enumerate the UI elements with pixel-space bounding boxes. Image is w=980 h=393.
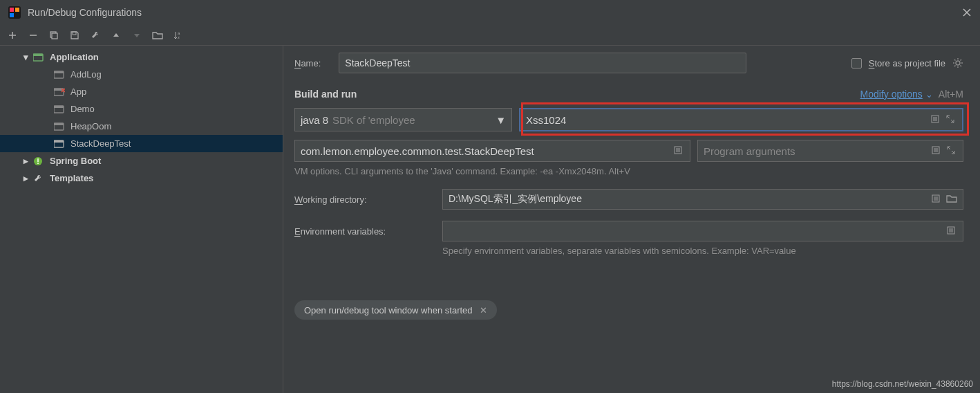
main-class-value: com.lemon.employee.common.test.StackDeep… xyxy=(301,145,534,157)
tree-item-heapoom[interactable]: HeapOom xyxy=(0,118,283,135)
section-build-and-run: Build and run xyxy=(294,89,357,100)
svg-rect-1 xyxy=(10,8,14,12)
svg-point-22 xyxy=(37,163,39,164)
svg-rect-10 xyxy=(33,54,43,56)
name-label: Name: xyxy=(294,58,321,68)
config-editor: Name: Store as project file Build and ru… xyxy=(283,46,980,393)
gear-icon[interactable] xyxy=(952,57,963,68)
tree-label: Application xyxy=(50,52,99,62)
run-config-icon xyxy=(54,139,65,149)
history-icon[interactable] xyxy=(930,114,941,125)
run-config-icon xyxy=(54,104,65,114)
tree-label: StackDeepTest xyxy=(70,138,131,149)
config-tree: ▾ Application AddLog App Demo HeapOom St… xyxy=(0,46,283,393)
program-arguments-input[interactable]: Program arguments xyxy=(697,140,963,162)
svg-rect-2 xyxy=(10,13,14,17)
tree-label: HeapOom xyxy=(70,121,111,131)
tree-node-templates[interactable]: ▸ Templates xyxy=(0,170,283,187)
chevron-down-icon: ⌄ xyxy=(925,89,933,100)
vm-options-hint: VM options. CLI arguments to the 'Java' … xyxy=(294,166,963,176)
tree-label: App xyxy=(70,86,86,97)
open-tool-window-chip[interactable]: Open run/debug tool window when started … xyxy=(294,300,497,320)
tree-item-app[interactable]: App xyxy=(0,83,283,100)
tree-label: AddLog xyxy=(70,69,102,80)
chevron-right-icon: ▸ xyxy=(21,173,30,183)
chip-label: Open run/debug tool window when started xyxy=(304,305,473,316)
sort-icon[interactable]: az xyxy=(173,30,184,41)
spring-boot-icon xyxy=(33,156,44,166)
folder-icon[interactable] xyxy=(152,30,163,41)
remove-icon[interactable] xyxy=(28,30,39,41)
working-directory-value: D:\MySQL索引_实例\employee xyxy=(449,193,582,205)
tree-label: Demo xyxy=(70,104,95,114)
wrench-icon xyxy=(33,174,44,183)
save-icon[interactable] xyxy=(69,30,80,41)
tree-item-demo[interactable]: Demo xyxy=(0,100,283,118)
application-group-icon xyxy=(33,53,44,62)
modify-shortcut: Alt+M xyxy=(939,89,963,100)
run-config-error-icon xyxy=(54,87,65,97)
env-variables-label: Environment variables: xyxy=(294,226,442,237)
tree-item-stackdeeptest[interactable]: StackDeepTest xyxy=(0,135,283,152)
store-as-project-label: Store as project file xyxy=(869,58,945,68)
chevron-down-icon: ▾ xyxy=(21,52,30,62)
modify-options-link[interactable]: Modify options xyxy=(860,89,923,100)
history-icon[interactable] xyxy=(931,194,942,205)
tree-item-addlog[interactable]: AddLog xyxy=(0,66,283,83)
tree-label: Templates xyxy=(50,173,93,183)
svg-rect-18 xyxy=(54,123,64,125)
svg-rect-12 xyxy=(54,71,64,73)
watermark: https://blog.csdn.net/weixin_43860260 xyxy=(832,379,973,389)
tree-node-application[interactable]: ▾ Application xyxy=(0,48,283,66)
intellij-logo-icon xyxy=(8,6,21,19)
add-icon[interactable] xyxy=(7,30,18,41)
expand-icon[interactable] xyxy=(945,114,957,125)
svg-point-23 xyxy=(956,61,960,65)
titlebar: Run/Debug Configurations xyxy=(0,0,980,25)
vm-options-input[interactable]: Xss1024 xyxy=(519,108,963,131)
move-up-icon[interactable] xyxy=(111,30,122,41)
browse-folder-icon[interactable] xyxy=(946,194,957,205)
close-icon[interactable] xyxy=(962,8,972,17)
close-icon[interactable]: ✕ xyxy=(480,305,487,316)
env-variables-input[interactable] xyxy=(442,221,963,241)
svg-rect-20 xyxy=(54,140,64,143)
working-directory-input[interactable]: D:\MySQL索引_实例\employee xyxy=(442,189,963,210)
working-directory-label: Working directory: xyxy=(294,194,442,205)
jdk-select[interactable]: java 8 SDK of 'employee ▼ xyxy=(294,108,512,131)
jdk-value: java 8 xyxy=(301,114,328,126)
store-as-project-checkbox[interactable] xyxy=(851,58,862,68)
chevron-down-icon: ▼ xyxy=(496,114,506,126)
vm-options-value: Xss1024 xyxy=(526,114,566,126)
tree-label: Spring Boot xyxy=(50,156,101,166)
env-variables-hint: Specify environment variables, separate … xyxy=(442,246,963,256)
run-config-icon xyxy=(54,70,65,80)
expand-icon[interactable] xyxy=(946,145,957,156)
wrench-icon[interactable] xyxy=(90,30,101,41)
svg-rect-5 xyxy=(52,33,57,39)
history-icon[interactable] xyxy=(931,145,942,156)
copy-icon[interactable] xyxy=(48,30,59,41)
svg-rect-16 xyxy=(54,106,64,108)
history-icon[interactable] xyxy=(673,145,684,156)
svg-rect-3 xyxy=(15,8,19,12)
move-down-icon[interactable] xyxy=(131,30,142,41)
chevron-right-icon: ▸ xyxy=(21,156,30,166)
program-arguments-placeholder: Program arguments xyxy=(704,145,795,157)
tree-node-springboot[interactable]: ▸ Spring Boot xyxy=(0,152,283,170)
main-class-input[interactable]: com.lemon.employee.common.test.StackDeep… xyxy=(294,140,690,162)
run-config-icon xyxy=(54,122,65,131)
config-toolbar: az xyxy=(0,25,980,46)
name-input[interactable] xyxy=(339,53,746,73)
window-title: Run/Debug Configurations xyxy=(28,7,962,18)
svg-text:z: z xyxy=(178,35,180,39)
jdk-module: SDK of 'employee xyxy=(332,114,491,126)
history-icon[interactable] xyxy=(946,226,957,237)
